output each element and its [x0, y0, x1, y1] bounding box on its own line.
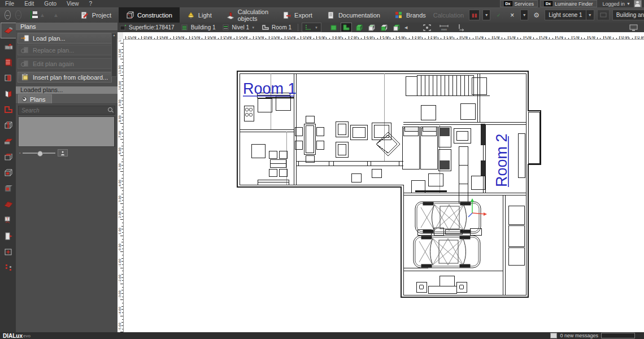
cube-front-button[interactable]: [378, 23, 389, 32]
save-icon[interactable]: [31, 11, 32, 19]
clipboard-icon: [21, 73, 29, 81]
tab-brands[interactable]: Brands: [388, 7, 433, 23]
tool-assessment-zone[interactable]: [1, 244, 16, 260]
light-icon: [187, 11, 195, 19]
thumbnail-size-slider[interactable]: [23, 153, 55, 154]
menu-bar: File Edit Goto View ? Dx Services Dx Lum…: [0, 0, 644, 7]
cancel-calculation-button[interactable]: ×: [507, 10, 517, 20]
insert-plan-from-clipboard-button[interactable]: Insert plan from clipboard...: [18, 72, 112, 82]
tool-material[interactable]: [1, 197, 16, 212]
cube-top-button[interactable]: [365, 23, 377, 32]
tool-site[interactable]: [1, 38, 16, 54]
tool-label[interactable]: T: [1, 212, 16, 228]
panel-scrollbar[interactable]: ▲: [111, 33, 117, 77]
dx-logo-icon: Dx: [504, 1, 512, 6]
user-avatar[interactable]: [634, 0, 642, 7]
tool-roof[interactable]: [1, 133, 16, 149]
surface-icon: [120, 25, 127, 31]
tool-building[interactable]: [1, 54, 16, 70]
start-calculation-button[interactable]: ▮▮: [469, 10, 480, 20]
search-icon: [107, 107, 115, 114]
settings-gear-icon[interactable]: ⚙: [531, 10, 542, 20]
guideline-button[interactable]: [455, 23, 467, 32]
svg-text:T: T: [6, 217, 9, 221]
menu-file[interactable]: File: [0, 1, 19, 7]
tab-export[interactable]: Export: [276, 7, 320, 23]
redo-icon[interactable]: ▲: [53, 12, 59, 18]
tool-window[interactable]: [1, 165, 16, 181]
tool-room[interactable]: [1, 86, 16, 102]
room-icon: [262, 24, 269, 31]
progress-indicator: [601, 333, 635, 338]
bedroom-furniture: [402, 103, 485, 203]
display-options-button[interactable]: [627, 23, 639, 32]
check-icon: ✓: [493, 10, 504, 20]
menu-help[interactable]: ?: [84, 1, 98, 7]
floorplan-view-button[interactable]: [341, 23, 352, 32]
tool-room-contour[interactable]: [1, 102, 16, 118]
view-mode-select[interactable]: Building and outdoor pla... ▼: [612, 10, 644, 20]
room1-label[interactable]: Room 1: [243, 80, 297, 97]
cad-canvas[interactable]: -21.00-20.00-19.00-18.00-17.00-16.00-15.…: [118, 32, 644, 332]
load-plan-button[interactable]: Load plan...: [18, 33, 112, 44]
menu-goto[interactable]: Goto: [39, 1, 62, 7]
tool-arrange[interactable]: [1, 260, 16, 276]
zoom-fit-button[interactable]: [421, 23, 433, 32]
forward-button[interactable]: →: [15, 10, 21, 20]
services-button[interactable]: Dx Services: [500, 0, 538, 7]
messages-label[interactable]: 0 new messages: [560, 333, 598, 338]
preview-person-button[interactable]: [58, 149, 68, 157]
menu-view[interactable]: View: [62, 1, 84, 7]
light-scene-edit-button[interactable]: [597, 10, 610, 20]
menu-edit[interactable]: Edit: [19, 1, 39, 7]
replace-plan-button[interactable]: Replace plan...: [18, 45, 112, 55]
level-select[interactable]: Nivel 1 ▼: [220, 23, 258, 32]
cancel-dropdown[interactable]: ▼: [520, 10, 528, 20]
building-select[interactable]: Building 1: [179, 23, 219, 32]
construction-tool-strip: T: [0, 23, 16, 332]
plans-list[interactable]: [18, 116, 115, 147]
slider-thumb[interactable]: [37, 151, 43, 157]
tool-object[interactable]: [1, 181, 16, 197]
tab-plans[interactable]: Plans: [18, 94, 52, 103]
cube-side-button[interactable]: [390, 23, 402, 32]
main-toolbar: ← → ▲ ▲ Project Construction Light Calcu…: [0, 7, 644, 23]
tab-documentation[interactable]: Documentation: [320, 7, 388, 23]
car-2[interactable]: [414, 236, 480, 268]
room-select[interactable]: Room 1: [259, 23, 294, 32]
building-icon: [181, 24, 189, 31]
search-input[interactable]: [19, 107, 107, 114]
tab-construction[interactable]: Construction: [119, 7, 180, 23]
plans-tab-row: Plans: [16, 94, 118, 104]
light-scene-select[interactable]: Light scene 1 ▼: [545, 10, 594, 20]
edit-plan-again-button[interactable]: Edit plan again: [18, 58, 112, 69]
solid-view-button[interactable]: [328, 23, 340, 32]
luminaire-finder-button[interactable]: Dx Luminaire Finder: [540, 0, 597, 7]
undo-icon[interactable]: ▲: [40, 12, 45, 18]
logged-in-menu[interactable]: Logged in ▼: [599, 1, 634, 7]
surface-info: Superficie:178417: [118, 23, 177, 32]
stairs: [406, 75, 486, 95]
tool-door[interactable]: [1, 228, 16, 244]
measure-button[interactable]: mm: [438, 23, 450, 32]
loaded-plans-header: Loaded plans...: [16, 86, 118, 94]
thumbnail-size-row: ▫: [16, 147, 118, 159]
car-1[interactable]: [415, 202, 481, 233]
tab-calculation-objects[interactable]: Calculation objects: [219, 7, 276, 23]
cube-solid-button[interactable]: [353, 23, 364, 32]
collapse-group-icon[interactable]: ◀: [403, 25, 409, 30]
tool-cutout[interactable]: [1, 118, 16, 133]
tool-ceiling[interactable]: [1, 149, 16, 165]
back-button[interactable]: ←: [5, 10, 11, 20]
tool-storey[interactable]: [1, 70, 16, 86]
room2-label[interactable]: Room 2: [493, 133, 510, 187]
export-icon: [283, 11, 291, 19]
tab-light[interactable]: Light: [180, 7, 219, 23]
outline-view-icon: [305, 24, 312, 31]
brands-icon: [395, 11, 403, 19]
view-preset-dropdown[interactable]: ▼: [302, 23, 321, 32]
floor-plan[interactable]: Room 1 Room 2: [123, 39, 644, 332]
tool-plans[interactable]: [1, 23, 16, 38]
tab-project[interactable]: Project: [73, 7, 119, 23]
calculation-dropdown[interactable]: ▼: [482, 10, 490, 20]
